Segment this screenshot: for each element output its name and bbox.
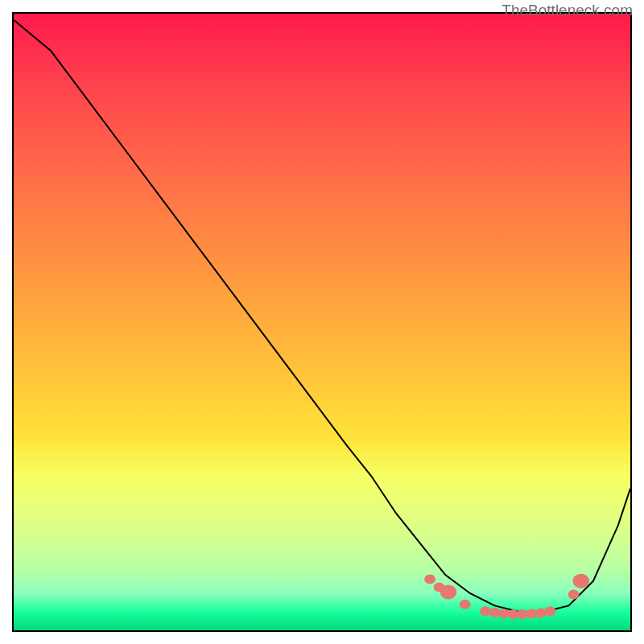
marker-point xyxy=(572,574,589,588)
marker-point xyxy=(460,600,471,609)
chart-container: TheBottleneck.com xyxy=(0,0,644,644)
marker-point xyxy=(424,574,436,584)
marker-point xyxy=(440,585,457,600)
plot-area xyxy=(12,12,632,632)
marker-point xyxy=(535,609,547,618)
marker-group xyxy=(424,574,589,619)
marker-point xyxy=(568,590,580,600)
watermark-text: TheBottleneck.com xyxy=(502,2,633,19)
curve-svg xyxy=(14,14,630,630)
marker-point xyxy=(545,606,556,616)
bottleneck-curve xyxy=(14,20,630,612)
